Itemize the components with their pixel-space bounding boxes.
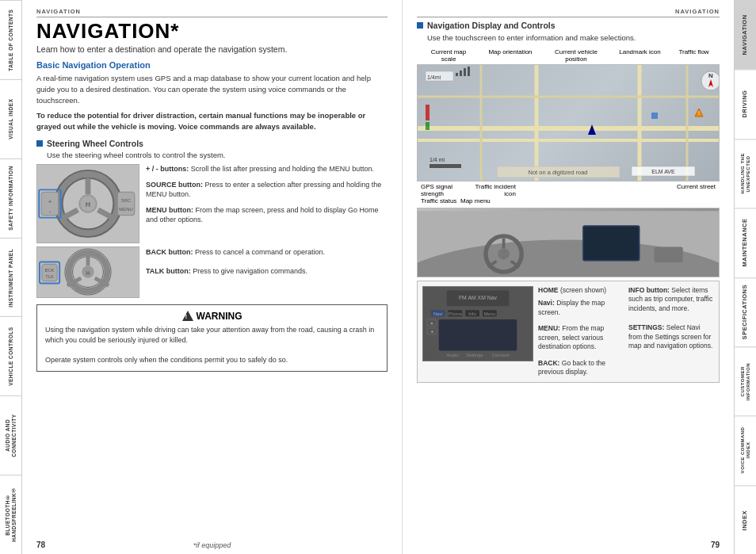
svg-rect-50 [426,122,430,130]
right-header-text: NAVIGATION [675,8,720,15]
bottom-controls-section: FM AM XM Nav Navi Phone Info Menu Audio … [417,281,720,383]
tab-vehicle-controls[interactable]: VEHICLE CONTROLS [0,316,21,395]
svg-text:1/4 mi: 1/4 mi [430,157,445,162]
svg-text:SRC: SRC [121,198,132,203]
svg-rect-12 [117,192,135,215]
ctrl4-label: BACK button: Press to cancel a command o… [146,247,388,257]
svg-text:!: ! [698,110,700,116]
svg-text:+: + [48,198,52,205]
ctrl3-label: MENU button: From the map screen, press … [146,205,388,224]
bottom-col-2: INFO button: Select items such as trip c… [628,286,714,377]
tab-bluetooth[interactable]: BLUETOOTH® HANDSFREELINK® [0,475,21,554]
footer-note: *if equipped [193,541,231,549]
menu-label: MENU: From the map screen, select variou… [538,324,624,351]
nav-bottom-labels: GPS signal strength Traffic incident ico… [417,183,720,197]
navi-label: Navi: Display the map screen. [538,299,624,317]
tab-handling-unexpected[interactable]: HANDLING THE UNEXPECTED [735,139,756,208]
svg-text:BCK: BCK [45,268,55,273]
diagram-images: + - SRC MENU H [36,164,139,298]
svg-rect-46 [460,71,462,76]
label-traffic-incident: Traffic incident icon [468,183,516,197]
tab-audio-connectivity[interactable]: AUDIO AND CONNECTIVITY [0,395,21,475]
section1-body: A real-time navigation system uses GPS a… [36,73,388,105]
nav-top-labels: Current map scale Map orientation Curren… [417,48,720,63]
tab-driving[interactable]: DRIVING [735,69,756,138]
svg-rect-38 [430,164,461,168]
ctrl1-label: + / - buttons: Scroll the list after pre… [146,164,388,174]
nav-map-diagram: 1/4 mi N 1/4mi [417,64,720,181]
section2-header-row: Steering Wheel Controls [36,139,388,148]
svg-rect-45 [456,73,458,76]
svg-text:Audio: Audio [447,353,460,357]
svg-text:TLK: TLK [45,274,54,279]
warning-title: WARNING [45,311,379,322]
tab-table-of-contents[interactable]: TABLE OF CONTENTS [0,0,21,79]
svg-text:-: - [49,208,52,215]
nav-display-title: Navigation Display and Controls [427,21,556,30]
svg-text:Phone: Phone [449,311,463,316]
controls-diagram: + - SRC MENU H [36,164,388,298]
svg-rect-49 [426,105,430,120]
svg-text:Not on a digitized road: Not on a digitized road [528,169,587,176]
right-page-number: 79 [711,541,720,549]
tab-voice-command[interactable]: VOICE COMMAND INDEX [735,415,756,484]
console-image: FM AM XM Nav Navi Phone Info Menu Audio … [422,286,533,361]
section1-title: Basic Navigation Operation [36,60,388,70]
car-interior-bg [418,208,719,277]
label-map-menu: Map menu [460,197,491,204]
label-traffic-flow: Traffic flow [676,48,712,63]
svg-rect-68 [655,246,683,262]
info-label: INFO button: Select items such as trip c… [628,286,714,313]
back-label: BACK: Go back to the previous display. [538,359,624,377]
svg-text:Navi: Navi [433,311,443,316]
label-current-street: Current street [660,183,716,197]
home-label: HOME (screen shown) [538,286,624,295]
tab-instrument-panel[interactable]: INSTRUMENT PANEL [0,238,21,317]
left-page-header: NAVIGATION [36,8,388,17]
label-traffic-status: Traffic status [421,197,460,204]
svg-text:◄: ◄ [430,330,433,334]
svg-rect-67 [540,250,575,265]
section2-desc: Use the steering wheel controls to contr… [47,151,388,159]
label-landmark-icon: Landmark icon [618,48,662,63]
tab-safety-information[interactable]: SAFETY INFORMATION [0,159,21,238]
bottom-labels: HOME (screen shown) Navi: Display the ma… [538,286,714,377]
tab-maintenance[interactable]: MAINTENANCE [735,208,756,277]
tab-index[interactable]: INDEX [735,485,756,554]
warning-triangle-icon [182,311,193,321]
left-page-number: 78 [36,541,45,549]
svg-text:Menu: Menu [483,311,495,316]
warning-text1: Using the navigation system while drivin… [45,325,379,346]
section1-bold: To reduce the potential for driver distr… [36,110,388,132]
svg-text:▲: ▲ [430,321,433,325]
nav-diagram-container: Current map scale Map orientation Curren… [417,48,720,204]
tab-customer-info[interactable]: CUSTOMER INFORMATION [735,346,756,415]
settings-label: SETTINGS: Select Navi from the Settings … [628,323,714,350]
left-header-text: NAVIGATION [36,8,81,15]
right-page-header: NAVIGATION [417,8,720,17]
svg-text:FM  AM  XM  Nav: FM AM XM Nav [459,295,498,300]
car-interior-photo [417,208,720,277]
label-gps-signal: GPS signal strength [421,183,468,197]
svg-text:ELM AVE: ELM AVE [651,169,675,174]
nav-left-labels: Traffic status Map menu [417,197,720,204]
right-side-tabs: NAVIGATION DRIVING HANDLING THE UNEXPECT… [734,0,756,554]
svg-text:H: H [86,201,90,208]
tab-navigation[interactable]: NAVIGATION [735,0,756,69]
svg-text:Connect: Connect [492,353,510,357]
bottom-col-1: HOME (screen shown) Navi: Display the ma… [538,286,624,377]
ctrl2-label: SOURCE button: Press to enter a selectio… [146,180,388,199]
warning-text2: Operate system controls only when the co… [45,355,379,365]
svg-text:N: N [708,72,713,79]
svg-rect-55 [651,113,658,119]
tab-specifications[interactable]: SPECIFICATIONS [735,277,756,346]
map-overlay: 1/4 mi N 1/4mi [418,65,719,181]
tab-visual-index[interactable]: VISUAL INDEX [0,79,21,159]
steering-labels: + / - buttons: Scroll the list after pre… [146,164,388,298]
steering-wheel-upper-img: + - SRC MENU H [36,164,139,243]
steering-wheel-lower-img: BCK TLK H [36,246,139,298]
svg-rect-80 [439,319,517,350]
section2-title: Steering Wheel Controls [47,139,143,148]
svg-text:1/4mi: 1/4mi [427,75,441,80]
svg-point-61 [498,248,509,259]
